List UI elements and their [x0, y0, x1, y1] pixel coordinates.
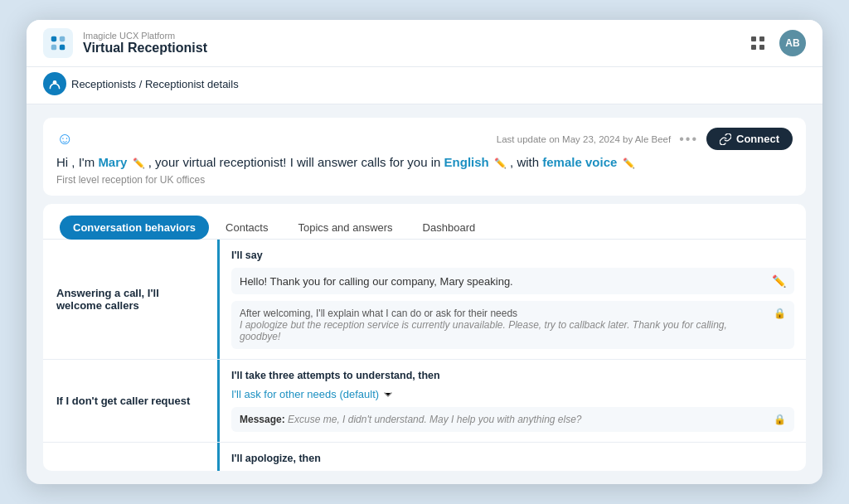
header-top-row: ☺ Last update on May 23, 2024 by Ale Bee… [56, 128, 793, 150]
say-label-1: I'll say [231, 250, 794, 261]
message-box-1: After welcoming, I'll explain what I can… [231, 301, 794, 349]
app-window: Imagicle UCX Platform Virtual Receptioni… [27, 20, 822, 484]
greeting-line: Hi , I'm Mary ✏️ , your virtual receptio… [56, 155, 793, 169]
message-box-2: Message: Excuse me, I didn't understand.… [231, 407, 794, 432]
smile-icon: ☺ [56, 129, 73, 148]
edit-voice-icon[interactable]: ✏️ [623, 158, 635, 169]
more-options-button[interactable]: ••• [679, 132, 698, 147]
svg-rect-5 [759, 36, 764, 41]
app-name: Imagicle UCX Platform [83, 31, 735, 41]
edit-say-icon[interactable]: ✏️ [772, 274, 786, 288]
last-update: Last update on May 23, 2024 by Ale Beef [497, 134, 671, 144]
edit-language-icon[interactable]: ✏️ [494, 158, 507, 169]
svg-rect-3 [60, 45, 65, 50]
sub-description: First level reception for UK offices [56, 174, 793, 186]
top-bar: Imagicle UCX Platform Virtual Receptioni… [27, 20, 822, 67]
dropdown-1[interactable]: I'll ask for other needs (default) [231, 388, 794, 400]
tab-dashboard[interactable]: Dashboard [410, 216, 489, 240]
attempts-label: I'll take three attempts to understand, … [231, 370, 794, 381]
behavior-table: Answering a call, I'll welcome callers I… [43, 240, 806, 471]
app-logo [43, 28, 73, 58]
receptionist-icon [43, 72, 66, 95]
voice-link[interactable]: female voice [542, 155, 617, 169]
breadcrumb-bar: Receptionists / Receptionist details [27, 67, 822, 104]
message-text-1: After welcoming, I'll explain what I can… [240, 308, 769, 342]
svg-rect-0 [51, 36, 56, 41]
avatar[interactable]: AB [779, 30, 806, 56]
apologize-label: I'll apologize, then [231, 453, 794, 464]
app-title-block: Imagicle UCX Platform Virtual Receptioni… [83, 31, 735, 56]
tab-topics-answers[interactable]: Topics and answers [284, 216, 405, 240]
behavior-row-3: If the requested contact is not in my co… [43, 443, 806, 471]
connect-button[interactable]: Connect [706, 128, 793, 150]
lock-icon-2: 🔒 [774, 414, 786, 425]
chevron-down-icon [382, 389, 394, 400]
edit-name-icon[interactable]: ✏️ [133, 158, 145, 169]
svg-rect-7 [759, 45, 764, 50]
header-area: ☺ Last update on May 23, 2024 by Ale Bee… [43, 118, 806, 196]
tab-conversation-behaviors[interactable]: Conversation behaviors [60, 216, 209, 240]
link-icon [720, 133, 731, 145]
svg-rect-2 [51, 45, 56, 50]
breadcrumb: Receptionists / Receptionist details [71, 78, 239, 90]
tab-contacts[interactable]: Contacts [212, 216, 281, 240]
behavior-label-no-request: If I don't get caller request [43, 360, 217, 442]
language-link[interactable]: English [444, 155, 489, 169]
behavior-details-no-request: I'll take three attempts to understand, … [217, 360, 806, 442]
top-bar-actions: AB [745, 30, 806, 56]
behavior-details-welcome: I'll say Hello! Thank you for calling ou… [217, 240, 806, 359]
say-text-1: Hello! Thank you for calling our company… [240, 275, 513, 288]
content-area: Conversation behaviors Contacts Topics a… [43, 204, 806, 471]
behavior-details-not-in-list: I'll apologize, then I'll ask for other … [217, 443, 806, 471]
svg-rect-6 [751, 45, 756, 50]
svg-rect-4 [751, 36, 756, 41]
lock-icon-1: 🔒 [774, 308, 786, 319]
tabs-row: Conversation behaviors Contacts Topics a… [43, 204, 806, 240]
app-subtitle: Virtual Receptionist [83, 41, 735, 56]
behavior-label-welcome: Answering a call, I'll welcome callers [43, 240, 217, 359]
svg-rect-1 [60, 36, 65, 41]
message-text-2: Message: Excuse me, I didn't understand.… [240, 414, 769, 425]
behavior-row-2: If I don't get caller request I'll take … [43, 360, 806, 443]
behavior-row: Answering a call, I'll welcome callers I… [43, 240, 806, 360]
behavior-label-not-in-list: If the requested contact is not in my co… [43, 443, 217, 471]
main-content: ☺ Last update on May 23, 2024 by Ale Bee… [27, 104, 822, 484]
receptionist-name[interactable]: Mary [98, 155, 127, 169]
say-box-1: Hello! Thank you for calling our company… [231, 268, 794, 294]
grid-icon[interactable] [745, 30, 771, 56]
